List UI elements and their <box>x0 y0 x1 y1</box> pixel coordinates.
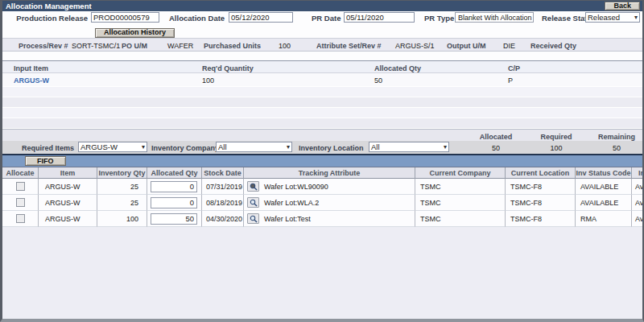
allocation-history-button[interactable]: Allocation History <box>95 28 175 38</box>
allocation-management-window: Allocation Management Back Production Re… <box>0 0 644 322</box>
process-rev-label: Process/Rev # <box>19 42 68 50</box>
inv-status-cell: Available <box>632 179 644 195</box>
remaining-summary-value: 50 <box>588 144 644 152</box>
item-cell: ARGUS-W <box>39 179 97 195</box>
allocated-qty-input[interactable] <box>151 181 197 192</box>
inv-status-cell: Available <box>632 211 644 227</box>
pr-type-label: PR Type <box>424 14 454 23</box>
chevron-down-icon: ▾ <box>444 143 447 151</box>
current-company-cell: TSMC <box>415 211 506 227</box>
purchased-units-value: 100 <box>279 42 291 50</box>
required-summary-header: Required <box>528 133 584 141</box>
back-button[interactable]: Back <box>605 2 640 10</box>
inv-status-col-header: Inv Status <box>632 167 644 179</box>
page-title: Allocation Management <box>2 2 92 10</box>
inventory-company-label: Inventory Company <box>151 144 219 152</box>
attribute-set-rev-label: Attribute Set/Rev # <box>316 42 382 50</box>
tracking-lookup-button[interactable] <box>247 197 259 208</box>
process-rev-value: SORT-TSMC/1 <box>72 42 120 50</box>
allocated-qty-value: 50 <box>374 76 382 85</box>
received-qty-label: Received Qty <box>530 42 576 50</box>
inv-status-code-cell: AVAILABLE <box>576 179 632 195</box>
attribute-set-rev-value: ARGUS-S/1 <box>395 42 435 50</box>
current-company-cell: TSMC <box>415 179 506 195</box>
reqd-quantity-value: 100 <box>202 76 214 85</box>
release-info-strip: Process/Rev # SORT-TSMC/1 PO U/M WAFER P… <box>2 38 642 52</box>
allocate-col-header: Allocate <box>2 167 39 179</box>
current-company-col-header: Current Company <box>415 167 506 179</box>
chevron-down-icon: ▾ <box>142 143 145 151</box>
title-bar: Allocation Management Back <box>2 1 642 11</box>
current-location-cell: TSMC-F8 <box>506 195 576 211</box>
inventory-company-value: All <box>218 142 227 151</box>
content-background <box>2 227 642 319</box>
allocated-summary-header: Allocated <box>468 133 524 141</box>
table-row: ARGUS-W 25 08/18/2019 Wafer Lot:WLA.2 TS… <box>2 195 644 211</box>
allocated-qty-col-header: Allocated Qty <box>374 64 421 72</box>
po-um-value: WAFER <box>167 42 193 50</box>
allocation-table: Allocate Item Inventory Qty Allocated Qt… <box>2 167 642 227</box>
fifo-band: FIFO <box>2 155 642 167</box>
allocation-date-input[interactable] <box>229 12 293 23</box>
inventory-qty-col-header: Inventory Qty <box>97 167 147 179</box>
production-release-label: Production Release <box>14 14 88 23</box>
tracking-attribute-cell: Wafer Lot:Test <box>264 215 311 223</box>
tracking-lookup-button[interactable] <box>247 181 259 192</box>
release-status-select[interactable]: Released ▾ <box>585 12 640 23</box>
po-um-label: PO U/M <box>122 42 147 50</box>
allocated-qty-col-header: Allocated Qty <box>147 167 202 179</box>
chevron-down-icon: ▾ <box>634 14 638 21</box>
output-um-label: Output U/M <box>447 42 486 50</box>
remaining-summary-header: Remaining <box>588 133 644 141</box>
input-items-header: Input Item Req'd Quantity Allocated Qty … <box>2 60 642 73</box>
allocated-qty-input[interactable] <box>151 197 197 208</box>
inventory-location-label: Inventory Location <box>299 144 364 152</box>
inventory-qty-cell: 100 <box>97 211 147 227</box>
fifo-button[interactable]: FIFO <box>25 156 66 166</box>
empty-grid-row <box>2 118 642 129</box>
current-location-cell: TSMC-F8 <box>506 211 576 227</box>
allocate-checkbox[interactable] <box>16 214 25 223</box>
allocated-qty-input[interactable] <box>151 213 197 225</box>
required-summary-value: 100 <box>528 144 584 152</box>
inventory-location-value: All <box>371 142 380 151</box>
production-release-input[interactable] <box>91 12 159 23</box>
tracking-attribute-cell: Wafer Lot:WLA.2 <box>264 199 319 207</box>
inv-status-code-cell: AVAILABLE <box>576 195 632 211</box>
pr-type-value: Blanket With Allocation <box>455 12 534 23</box>
inv-status-cell: Available <box>632 195 644 211</box>
table-row: ARGUS-W 100 04/30/2020 Wafer Lot:Test TS… <box>2 211 644 227</box>
empty-grid-row <box>2 108 642 118</box>
table-row: ARGUS-W 25 07/31/2019 Wafer Lot:WL90090 … <box>2 179 644 195</box>
magnifier-icon <box>250 215 258 223</box>
input-item-row: ARGUS-W 100 50 P <box>2 73 642 87</box>
input-item-link[interactable]: ARGUS-W <box>14 76 49 85</box>
stock-date-cell: 08/18/2019 <box>202 195 244 211</box>
allocate-checkbox[interactable] <box>16 182 25 191</box>
empty-grid-row <box>2 87 642 97</box>
allocation-table-header: Allocate Item Inventory Qty Allocated Qt… <box>2 167 644 179</box>
spacer <box>2 52 642 60</box>
inv-status-code-col-header: Inv Status Code <box>576 167 632 179</box>
cp-col-header: C/P <box>508 64 520 72</box>
allocate-checkbox[interactable] <box>16 198 25 207</box>
reqd-quantity-col-header: Req'd Quantity <box>202 64 254 72</box>
tracking-attribute-col-header: Tracking Attribute <box>244 167 415 179</box>
allocated-summary-value: 50 <box>468 144 524 152</box>
item-col-header: Item <box>39 167 97 179</box>
tracking-attribute-cell: Wafer Lot:WL90090 <box>264 183 328 191</box>
header-form: Production Release Allocation Date PR Da… <box>2 11 642 23</box>
inventory-location-select[interactable]: All ▾ <box>369 142 449 152</box>
allocation-date-label: Allocation Date <box>169 14 225 23</box>
pr-date-label: PR Date <box>312 14 341 23</box>
stock-date-col-header: Stock Date <box>202 167 244 179</box>
tracking-lookup-button[interactable] <box>247 213 259 224</box>
release-status-value: Released <box>588 13 620 22</box>
required-items-select[interactable]: ARGUS-W ▾ <box>78 142 147 152</box>
inventory-company-select[interactable]: All ▾ <box>216 142 292 152</box>
pr-date-input[interactable] <box>344 12 415 23</box>
current-company-cell: TSMC <box>415 195 506 211</box>
inventory-qty-cell: 25 <box>97 195 147 211</box>
summary-header-row: Allocated Required Remaining <box>2 129 642 141</box>
chevron-down-icon: ▾ <box>287 143 290 151</box>
